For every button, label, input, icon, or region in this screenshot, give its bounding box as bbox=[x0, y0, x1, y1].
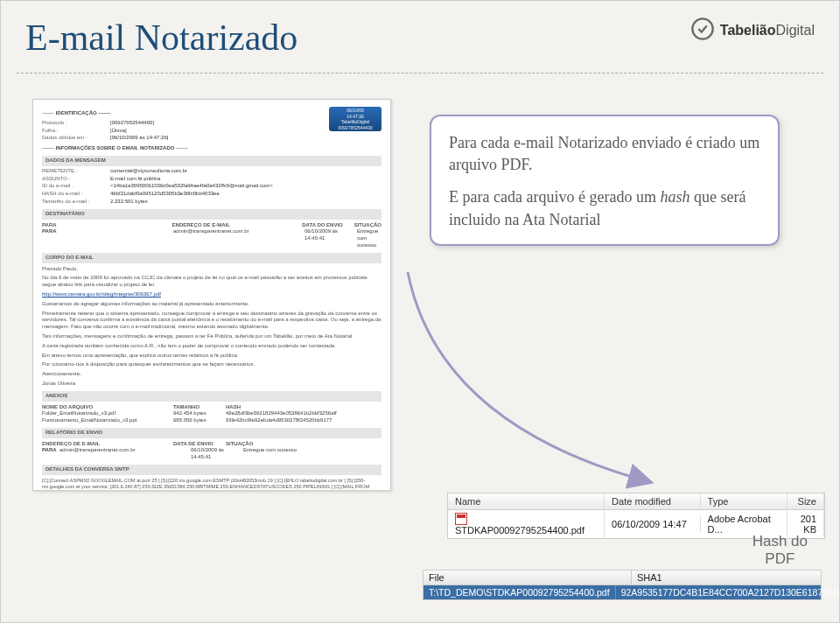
hash-tool-header: File SHA1 bbox=[424, 570, 821, 585]
column-size[interactable]: Size bbox=[788, 494, 824, 509]
svg-point-0 bbox=[692, 18, 712, 38]
column-date-modified[interactable]: Date modified bbox=[605, 494, 700, 509]
brand-text: TabeliãoDigital bbox=[720, 23, 815, 38]
hash-tool-panel: File SHA1 T:\TD_DEMO\STDKAP0009279525440… bbox=[423, 570, 822, 600]
slide-container: E-mail Notarizado TabeliãoDigital 06/10/… bbox=[0, 0, 840, 623]
column-name[interactable]: Name bbox=[448, 494, 605, 509]
explanation-callout: Para cada e-mail Notarizado enviado é cr… bbox=[430, 115, 780, 246]
callout-p2: E para cada arquivo é gerado um hash que… bbox=[449, 186, 760, 230]
curved-arrow-icon bbox=[399, 263, 696, 508]
file-name-cell: STDKAP00092795254400.pdf bbox=[455, 525, 584, 536]
section-info: ------- INFORMAÇÕES SOBRE O EMAIL NOTARI… bbox=[42, 145, 382, 152]
hash-label: Hash doPDF bbox=[752, 533, 808, 569]
notary-badge: 06/10/09 14:47:26 TabeliãoDigital 009279… bbox=[329, 107, 382, 131]
column-sha1[interactable]: SHA1 bbox=[632, 570, 821, 584]
pdf-file-icon bbox=[455, 513, 467, 525]
file-explorer-header: Name Date modified Type Size bbox=[448, 494, 824, 510]
seal-icon bbox=[690, 17, 715, 45]
hash-value-cell: 92A9535177DC4B1E84CC700A2127D130E6187B10 bbox=[616, 585, 840, 599]
column-type[interactable]: Type bbox=[701, 494, 788, 509]
brand-logo: TabeliãoDigital bbox=[690, 17, 815, 45]
hash-row[interactable]: T:\TD_DEMO\STDKAP00092795254400.pdf 92A9… bbox=[424, 585, 821, 599]
file-date-cell: 06/10/2009 14:47 bbox=[605, 516, 700, 532]
divider bbox=[17, 73, 823, 74]
hash-file-cell: T:\TD_DEMO\STDKAP00092795254400.pdf bbox=[424, 585, 616, 599]
page-title: E-mail Notarizado bbox=[25, 17, 298, 59]
column-file[interactable]: File bbox=[424, 570, 632, 584]
pdf-document-preview: 06/10/09 14:47:26 TabeliãoDigital 009279… bbox=[32, 99, 391, 491]
callout-p1: Para cada e-mail Notarizado enviado é cr… bbox=[449, 132, 760, 176]
